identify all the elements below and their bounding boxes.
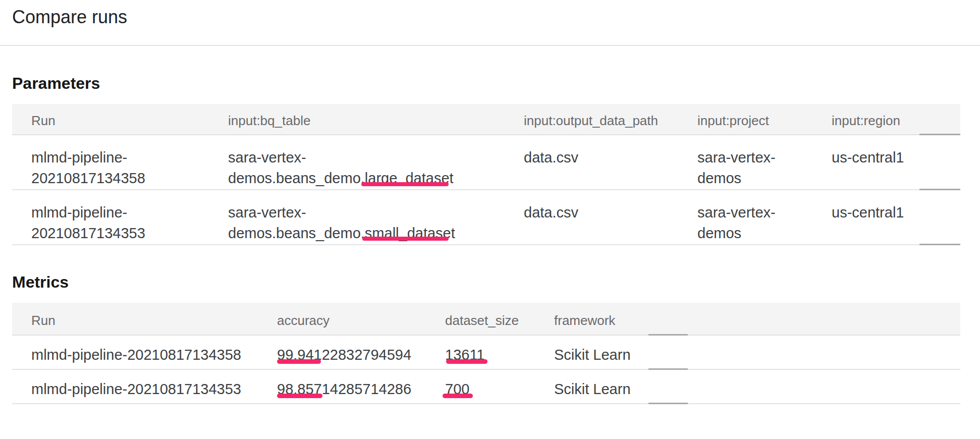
column-header-framework: framework xyxy=(554,313,615,328)
cell-output-data-path: data.csv xyxy=(524,147,578,168)
cell-region: us-central1 xyxy=(832,202,904,223)
column-header-region: input:region xyxy=(832,113,900,129)
highlight-underline-dataset-size xyxy=(446,359,487,364)
parameters-row-2: mlmd-pipeline-20210817134353 sara-vertex… xyxy=(12,190,960,245)
column-header-run: Run xyxy=(31,313,56,328)
cell-run-name: mlmd-pipeline-20210817134353 xyxy=(31,379,241,400)
cell-project: sara-vertex-demos xyxy=(697,202,783,244)
cell-framework: Scikit Learn xyxy=(554,379,631,400)
highlight-underline-accuracy xyxy=(277,359,321,364)
cell-output-data-path: data.csv xyxy=(524,202,578,223)
cell-run-name: mlmd-pipeline-20210817134358 xyxy=(31,345,241,365)
column-header-output-data-path: input:output_data_path xyxy=(524,113,658,129)
parameters-table: Run input:bq_table input:output_data_pat… xyxy=(12,104,960,245)
parameters-row-1: mlmd-pipeline-20210817134358 sara-vertex… xyxy=(12,135,960,190)
parameters-heading: Parameters xyxy=(12,74,100,93)
cell-framework: Scikit Learn xyxy=(554,345,631,365)
column-header-project: input:project xyxy=(697,113,769,129)
column-header-run: Run xyxy=(31,113,56,129)
parameters-header-row: Run input:bq_table input:output_data_pat… xyxy=(12,104,960,135)
metrics-header-row: Run accuracy dataset_size framework xyxy=(12,303,960,336)
cell-project: sara-vertex-demos xyxy=(697,147,783,189)
metrics-table: Run accuracy dataset_size framework mlmd… xyxy=(12,303,960,404)
highlight-underline-large-dataset xyxy=(361,182,449,186)
compare-runs-page: Compare runs Parameters Run input:bq_tab… xyxy=(0,0,980,439)
cell-region: us-central1 xyxy=(832,147,904,168)
cell-run-name: mlmd-pipeline-20210817134353 xyxy=(31,202,152,244)
metrics-heading: Metrics xyxy=(12,272,69,292)
column-header-accuracy: accuracy xyxy=(277,313,330,328)
highlight-underline-accuracy xyxy=(277,394,322,398)
highlight-underline-small-dataset xyxy=(362,237,449,241)
column-header-dataset-size: dataset_size xyxy=(445,313,519,328)
metrics-row-2: mlmd-pipeline-20210817134353 98.85714285… xyxy=(12,370,960,404)
metrics-row-1: mlmd-pipeline-20210817134358 99.94122832… xyxy=(12,336,960,370)
header-divider xyxy=(0,45,980,46)
cell-run-name: mlmd-pipeline-20210817134358 xyxy=(31,147,152,189)
trailing-column-marker xyxy=(648,403,688,404)
page-title: Compare runs xyxy=(12,6,127,28)
trailing-column-marker xyxy=(919,244,960,245)
highlight-underline-dataset-size xyxy=(443,394,473,398)
column-header-bq-table: input:bq_table xyxy=(228,113,310,129)
